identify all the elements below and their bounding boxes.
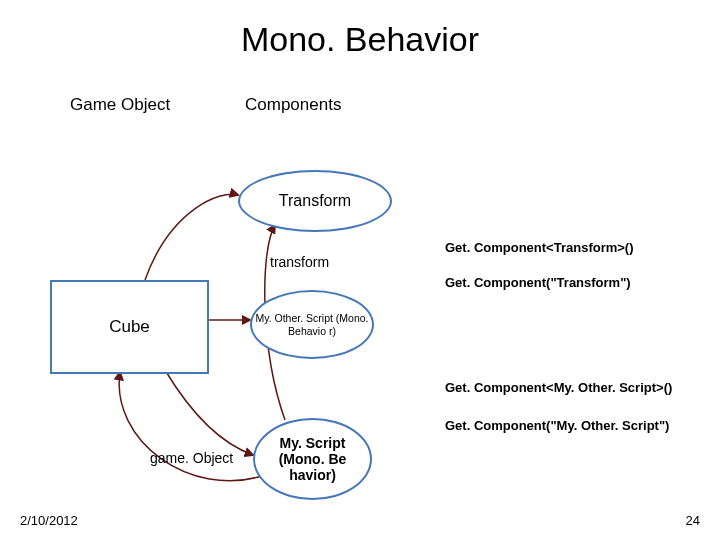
slide-title: Mono. Behavior xyxy=(0,20,720,59)
label-get-transform-generic: Get. Component<Transform>() xyxy=(445,240,634,255)
label-get-other-string: Get. Component("My. Other. Script") xyxy=(445,418,669,433)
node-my-other-script: My. Other. Script (Mono. Behavio r) xyxy=(250,290,374,359)
node-transform-label: Transform xyxy=(279,192,351,210)
node-transform: Transform xyxy=(238,170,392,232)
node-my-script: My. Script (Mono. Be havior) xyxy=(253,418,372,500)
heading-game-object: Game Object xyxy=(70,95,170,115)
edge-label-game-object: game. Object xyxy=(150,450,233,466)
node-cube-label: Cube xyxy=(109,317,150,337)
edge-label-transform: transform xyxy=(270,254,329,270)
node-my-other-script-label: My. Other. Script (Mono. Behavio r) xyxy=(252,312,372,336)
label-get-transform-string: Get. Component("Transform") xyxy=(445,275,631,290)
footer-date: 2/10/2012 xyxy=(20,513,78,528)
label-get-other-generic: Get. Component<My. Other. Script>() xyxy=(445,380,672,395)
footer-slide-number: 24 xyxy=(686,513,700,528)
heading-components: Components xyxy=(245,95,341,115)
node-my-script-label: My. Script (Mono. Be havior) xyxy=(255,435,370,483)
node-cube: Cube xyxy=(50,280,209,374)
